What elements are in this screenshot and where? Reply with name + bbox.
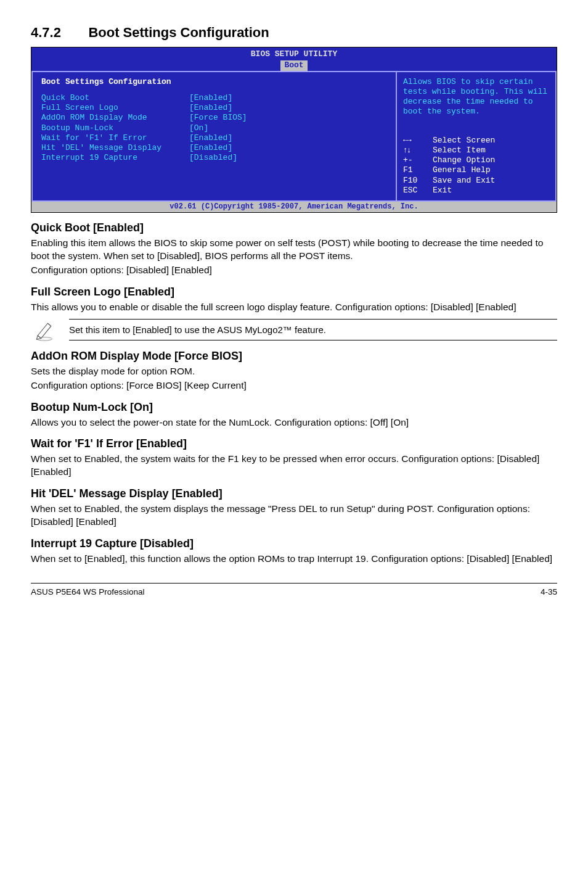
paragraph: When set to Enabled, the system waits fo…	[31, 453, 557, 479]
subheading-numlock: Bootup Num-Lock [On]	[31, 401, 557, 414]
bios-row: Wait for 'F1' If Error[Enabled]	[41, 133, 387, 143]
paragraph: Configuration options: [Disabled] [Enabl…	[31, 264, 557, 277]
bios-main-panel: Boot Settings Configuration Quick Boot[E…	[31, 71, 396, 202]
bios-key-legend: ←→Select Screen ↑↓Select Item +-Change O…	[403, 136, 549, 196]
footer-left: ASUS P5E64 WS Professional	[31, 587, 145, 596]
section-title: Boot Settings Configuration	[88, 25, 269, 40]
paragraph: When set to [Enabled], this function all…	[31, 553, 557, 566]
pencil-icon	[31, 319, 58, 341]
bios-help-panel: Allows BIOS to skip certain tests while …	[396, 71, 557, 202]
subheading-interrupt-19: Interrupt 19 Capture [Disabled]	[31, 537, 557, 550]
bios-row: Interrupt 19 Capture[Disabled]	[41, 153, 387, 163]
bios-help-text: Allows BIOS to skip certain tests while …	[403, 77, 549, 117]
paragraph: Allows you to select the power-on state …	[31, 416, 557, 429]
bios-titlebar: BIOS SETUP UTILITY Boot	[31, 47, 557, 71]
paragraph: Sets the display mode for option ROM.	[31, 365, 557, 378]
subheading-hit-del: Hit 'DEL' Message Display [Enabled]	[31, 487, 557, 500]
subheading-wait-f1: Wait for 'F1' If Error [Enabled]	[31, 437, 557, 450]
bios-row: Hit 'DEL' Message Display[Enabled]	[41, 143, 387, 153]
bios-row: Full Screen Logo[Enabled]	[41, 103, 387, 113]
footer-page-number: 4-35	[541, 587, 557, 596]
bios-row: Quick Boot[Enabled]	[41, 93, 387, 103]
bios-row: AddOn ROM Display Mode[Force BIOS]	[41, 113, 387, 123]
page-footer: ASUS P5E64 WS Professional 4-35	[31, 583, 557, 596]
bios-section-label: Boot Settings Configuration	[41, 77, 387, 87]
bios-row: Bootup Num-Lock[On]	[41, 123, 387, 133]
bios-title: BIOS SETUP UTILITY	[251, 49, 337, 59]
bios-screenshot: BIOS SETUP UTILITY Boot Boot Settings Co…	[31, 47, 557, 213]
paragraph: When set to Enabled, the system displays…	[31, 503, 557, 529]
paragraph: This allows you to enable or disable the…	[31, 301, 557, 314]
section-number: 4.7.2	[31, 25, 61, 41]
subheading-addon-rom: AddOn ROM Display Mode [Force BIOS]	[31, 350, 557, 363]
paragraph: Enabling this item allows the BIOS to sk…	[31, 237, 557, 263]
section-heading: 4.7.2 Boot Settings Configuration	[31, 25, 557, 41]
bios-active-tab: Boot	[280, 60, 307, 70]
bios-footer: v02.61 (C)Copyright 1985-2007, American …	[31, 202, 557, 212]
subheading-full-screen-logo: Full Screen Logo [Enabled]	[31, 286, 557, 299]
paragraph: Configuration options: [Force BIOS] [Kee…	[31, 379, 557, 392]
note-text: Set this item to [Enabled] to use the AS…	[69, 319, 557, 340]
subheading-quick-boot: Quick Boot [Enabled]	[31, 221, 557, 234]
note-callout: Set this item to [Enabled] to use the AS…	[31, 319, 557, 341]
